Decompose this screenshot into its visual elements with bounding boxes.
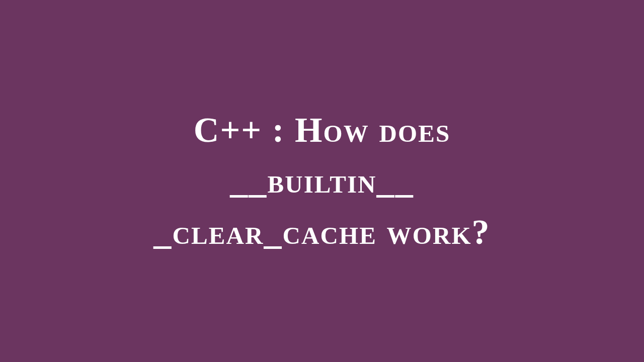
title-line-2: __builtin__ (153, 155, 490, 207)
prefix: C++ : (194, 111, 295, 149)
h: H (295, 111, 324, 149)
rest1: ow does (324, 111, 451, 149)
slide-title: C++ : How does __builtin__ _clear_cache … (113, 105, 530, 258)
title-line-3: _clear_cache work? (153, 207, 490, 258)
title-line-1: C++ : How does (153, 105, 490, 156)
title-slide: C++ : How does __builtin__ _clear_cache … (0, 0, 644, 362)
